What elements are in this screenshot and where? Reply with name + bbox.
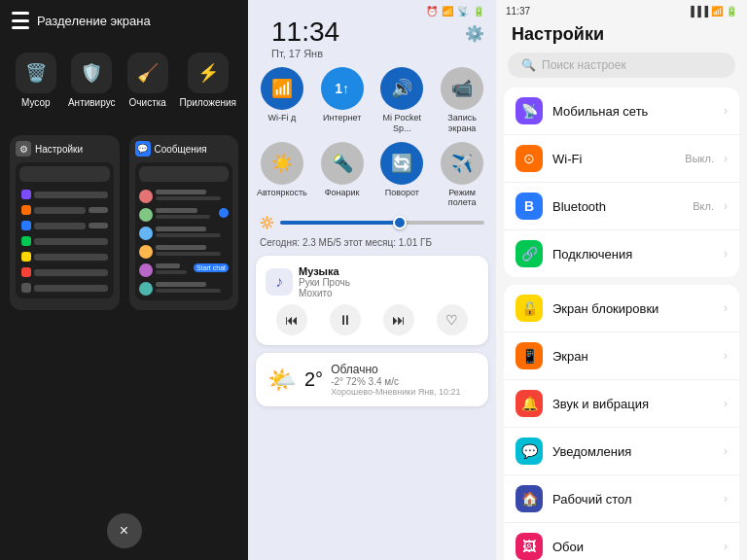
messages-mini-list: Start chat xyxy=(139,166,230,297)
settings-scroll-area: 📡 Мобильная сеть › ⊙ Wi-Fi Выкл. › B Blu… xyxy=(496,88,747,560)
msg-avatar xyxy=(139,263,153,277)
chevron-right-icon: › xyxy=(724,492,728,506)
music-song-title: Руки Прочь xyxy=(299,277,350,288)
qs-tile-record[interactable]: 📹 Запись экрана xyxy=(436,67,488,134)
settings-search-bar[interactable]: 🔍 Поиск настроек xyxy=(508,52,735,78)
bluetooth-value: Вкл. xyxy=(693,200,714,212)
messages-mini-search xyxy=(139,166,230,182)
msg-item xyxy=(139,244,230,260)
settings-item-desktop[interactable]: 🏠 Рабочий стол › xyxy=(504,475,739,523)
split-icons-grid: 🗑️ Мусор 🛡️ Антивирус 🧹 Очистка ⚡ Прилож… xyxy=(0,45,248,116)
settings-status-time: 11:37 xyxy=(506,6,530,17)
split-app-settings-header: ⚙ Настройки xyxy=(16,141,114,157)
messages-mini-icon: 💬 xyxy=(135,141,151,157)
weather-temp: 2° xyxy=(304,368,323,391)
mini-icon-6 xyxy=(21,267,31,277)
split-icon-apps[interactable]: ⚡ Приложения xyxy=(175,45,240,116)
settings-item-lock-screen[interactable]: 🔒 Экран блокировки › xyxy=(504,285,739,332)
settings-item-mobile-network[interactable]: 📡 Мобильная сеть › xyxy=(504,88,739,135)
split-apps-row: ⚙ Настройки xyxy=(0,135,248,310)
record-tile-label: Запись экрана xyxy=(436,113,488,134)
settings-gear-icon[interactable]: ⚙️ xyxy=(465,24,484,43)
wifi-tile-label: Wi-Fi д xyxy=(268,113,297,123)
qs-tile-flashlight[interactable]: 🔦 Фонарик xyxy=(316,142,369,209)
qs-tiles-grid: 📶 Wi-Fi д 1↑ Интернет 🔊 Mi Pocket Sp... … xyxy=(248,67,496,216)
split-icon-cleaner[interactable]: 🧹 Очистка xyxy=(120,45,176,116)
settings-item-bluetooth[interactable]: B Bluetooth Вкл. › xyxy=(504,183,739,230)
qs-tile-rotate[interactable]: 🔄 Поворот xyxy=(376,142,429,209)
msg-item xyxy=(139,207,230,223)
split-screen-title: Разделение экрана xyxy=(37,14,151,28)
wallpaper-icon: 🖼 xyxy=(516,533,543,560)
music-controls: ⏮ ⏸ ⏭ ♡ xyxy=(266,304,479,335)
mini-icon-1 xyxy=(21,190,31,199)
quick-settings-panel: ⏰ 📶 📡 🔋 11:34 Пт, 17 Янв ⚙️ 📶 Wi-Fi д 1↑… xyxy=(248,0,496,560)
signal-bars-icon: ▐▐▐ xyxy=(688,6,708,17)
settings-mini-search xyxy=(19,166,110,182)
split-icon-antivirus[interactable]: 🛡️ Антивирус xyxy=(63,45,120,116)
qs-tile-internet[interactable]: 1↑ Интернет xyxy=(316,67,369,134)
wifi-tile-icon: 📶 xyxy=(261,67,303,110)
desktop-label: Рабочий стол xyxy=(552,492,714,507)
wifi-status-icon: 📶 xyxy=(711,6,723,17)
qs-status-icons: ⏰ 📶 📡 🔋 xyxy=(426,6,484,17)
chevron-right-icon: › xyxy=(724,444,728,458)
split-screen-icon xyxy=(12,12,29,29)
split-icon-trash[interactable]: 🗑️ Мусор xyxy=(8,45,63,116)
mobile-network-icon: 📡 xyxy=(516,97,543,124)
qs-tile-speaker[interactable]: 🔊 Mi Pocket Sp... xyxy=(376,67,429,134)
settings-item-screen[interactable]: 📱 Экран › xyxy=(504,332,739,380)
weather-card: 🌤️ 2° Облачно -2° 72% 3.4 м/с Хорошево-М… xyxy=(256,353,488,406)
airplane-tile-icon: ✈️ xyxy=(441,142,483,185)
prev-button[interactable]: ⏮ xyxy=(276,304,307,335)
wifi-value: Выкл. xyxy=(685,153,714,164)
settings-item-notifications[interactable]: 💬 Уведомления › xyxy=(504,428,739,475)
qs-brightness-slider[interactable]: 🔆 xyxy=(260,216,484,229)
qs-tile-brightness[interactable]: ☀️ Автояркость xyxy=(256,142,308,209)
wifi-status-icon: 📶 xyxy=(442,6,453,17)
next-button[interactable]: ⏭ xyxy=(383,304,414,335)
split-app-messages[interactable]: 💬 Сообщения xyxy=(129,135,239,310)
msg-badge xyxy=(219,208,229,218)
settings-mini-item xyxy=(19,250,110,263)
internet-tile-icon: 1↑ xyxy=(321,67,364,110)
settings-item-wallpaper[interactable]: 🖼 Обои › xyxy=(504,523,739,560)
sound-label: Звук и вибрация xyxy=(552,397,714,411)
settings-mini-item xyxy=(19,265,110,279)
like-button[interactable]: ♡ xyxy=(437,304,468,335)
battery-icon: 🔋 xyxy=(473,6,484,17)
settings-item-sound[interactable]: 🔔 Звук и вибрация › xyxy=(504,380,739,428)
desktop-icon: 🏠 xyxy=(516,485,543,512)
airplane-tile-label: Режим полета xyxy=(436,188,488,209)
close-split-button[interactable]: × xyxy=(107,513,142,548)
chevron-right-icon: › xyxy=(724,152,728,165)
trash-icon: 🗑️ xyxy=(16,52,56,93)
settings-item-wifi[interactable]: ⊙ Wi-Fi Выкл. › xyxy=(504,135,739,183)
record-tile-icon: 📹 xyxy=(441,67,483,110)
weather-icon: 🌤️ xyxy=(267,367,297,394)
pause-button[interactable]: ⏸ xyxy=(330,304,361,335)
screen-icon: 📱 xyxy=(516,342,543,369)
speaker-tile-icon: 🔊 xyxy=(380,67,423,110)
brightness-fill xyxy=(280,221,403,225)
brightness-icon: 🔆 xyxy=(260,216,274,229)
qs-tile-airplane[interactable]: ✈️ Режим полета xyxy=(436,142,488,209)
brightness-track xyxy=(280,221,484,225)
lock-screen-icon: 🔒 xyxy=(516,295,543,322)
search-icon: 🔍 xyxy=(521,58,536,72)
music-app-name: Музыка xyxy=(299,265,350,277)
connections-label: Подключения xyxy=(552,247,714,262)
settings-item-connections[interactable]: 🔗 Подключения › xyxy=(504,230,739,277)
start-chat-btn[interactable]: Start chat xyxy=(194,263,229,272)
settings-status-right: ▐▐▐ 📶 🔋 xyxy=(688,6,737,17)
wifi-label: Wi-Fi xyxy=(552,152,675,166)
split-app-settings[interactable]: ⚙ Настройки xyxy=(10,135,120,310)
qs-tile-wifi[interactable]: 📶 Wi-Fi д xyxy=(256,67,308,134)
settings-mini-item xyxy=(19,203,110,217)
apps-icon: ⚡ xyxy=(188,52,229,93)
weather-info: Облачно -2° 72% 3.4 м/с Хорошево-Мневник… xyxy=(331,363,477,397)
msg-item xyxy=(139,281,230,297)
mini-icon-3 xyxy=(21,221,31,230)
mobile-network-label: Мобильная сеть xyxy=(552,104,714,119)
chevron-right-icon: › xyxy=(724,247,728,261)
